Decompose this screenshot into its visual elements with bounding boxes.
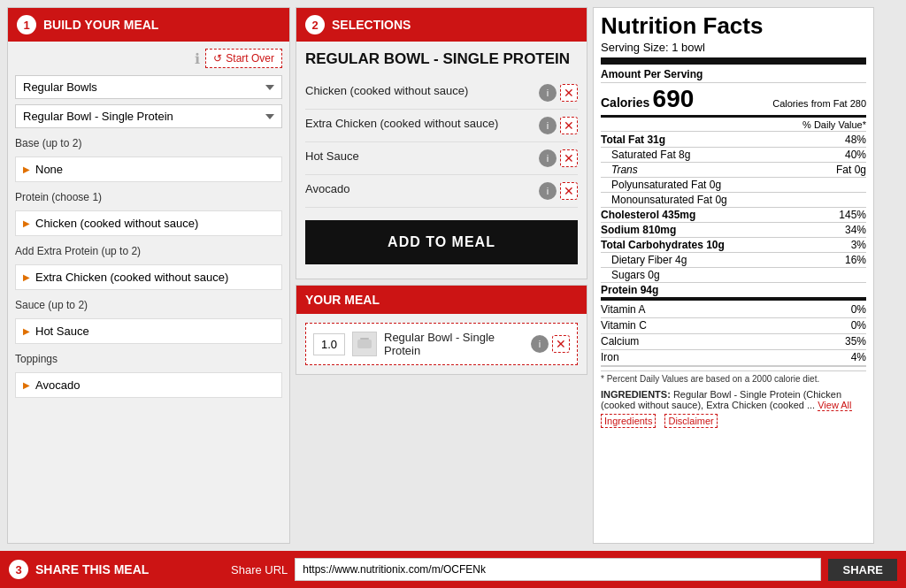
serving-size: Serving Size: 1 bowl [601, 41, 866, 65]
svg-rect-0 [357, 340, 372, 348]
meal-item-name: Regular Bowl - Single Protein [384, 331, 524, 357]
selection-item-avocado: Avocado i ✕ [305, 175, 578, 208]
protein-label: Protein (choose 1) [15, 191, 282, 203]
amount-per-serving: Amount Per Serving [601, 68, 866, 83]
meal-category-dropdown[interactable]: Regular Bowls [15, 75, 282, 99]
base-selection: ▶ None [15, 157, 282, 182]
total-carbs-row: Total Carbohydrates 10g 3% [601, 238, 866, 253]
daily-value-header: % Daily Value* [601, 119, 866, 132]
footnote: * Percent Daily Values are based on a 20… [601, 370, 866, 384]
calcium-row: Calcium 35% [601, 334, 866, 350]
share-meal-title: SHARE THIS MEAL [35, 562, 149, 577]
calories-label: Calories [601, 95, 649, 110]
toppings-label: Toppings [15, 353, 282, 365]
arrow-icon: ▶ [23, 272, 30, 282]
calories-row: Calories 690 Calories from Fat 280 [601, 85, 866, 118]
share-url-label: Share URL [231, 563, 288, 577]
vitamin-c-row: Vitamin C 0% [601, 318, 866, 334]
avocado-remove-button[interactable]: ✕ [560, 182, 578, 200]
selection-item-hot-sauce: Hot Sauce i ✕ [305, 142, 578, 175]
sauce-label: Sauce (up to 2) [15, 299, 282, 311]
protein-row: Protein 94g [601, 283, 866, 301]
build-meal-header: 1 BUILD YOUR MEAL [8, 8, 289, 42]
add-to-meal-button[interactable]: ADD TO MEAL [305, 220, 578, 264]
meal-item-info-button[interactable]: i [531, 335, 549, 353]
arrow-icon: ▶ [23, 164, 30, 174]
meal-type-dropdown[interactable]: Regular Bowl - Single Protein [15, 104, 282, 128]
refresh-icon: ↺ [213, 52, 222, 65]
selections-title: SELECTIONS [332, 18, 411, 32]
disclaimer-link[interactable]: Disclaimer [664, 414, 717, 428]
chicken-remove-button[interactable]: ✕ [560, 84, 578, 102]
nutrition-title: Nutrition Facts [601, 13, 866, 39]
nutrition-facts-panel: Nutrition Facts Serving Size: 1 bowl Amo… [593, 7, 874, 544]
selection-extra-chicken-text: Extra Chicken (cooked without sauce) [305, 117, 532, 130]
nutrition-links: Ingredients Disclaimer [601, 414, 866, 428]
meal-title: REGULAR BOWL - SINGLE PROTEIN [305, 50, 578, 68]
meal-item-row: Regular Bowl - Single Protein i ✕ [305, 323, 578, 365]
selections-panel: 2 SELECTIONS REGULAR BOWL - SINGLE PROTE… [296, 7, 587, 544]
ingredients-label: INGREDIENTS: [601, 389, 671, 400]
sauce-selection: ▶ Hot Sauce [15, 318, 282, 344]
mono-fat-row: Monounsaturated Fat 0g [601, 193, 866, 208]
step-1-number: 1 [17, 15, 36, 34]
your-meal-title: YOUR MEAL [305, 293, 380, 307]
svg-rect-1 [360, 338, 369, 340]
selection-avocado-text: Avocado [305, 182, 532, 195]
toppings-selection: ▶ Avocado [15, 372, 282, 398]
selections-header: 2 SELECTIONS [296, 8, 587, 42]
sugars-row: Sugars 0g [601, 268, 866, 283]
share-meal-header: 3 SHARE THIS MEAL [9, 560, 231, 579]
hot-sauce-remove-button[interactable]: ✕ [560, 149, 578, 167]
quantity-input[interactable] [313, 333, 345, 355]
build-meal-panel: 1 BUILD YOUR MEAL ℹ ↺ Start Over Regular… [7, 7, 290, 544]
ingredients-section: INGREDIENTS: Regular Bowl - Single Prote… [601, 389, 866, 410]
dietary-fiber-row: Dietary Fiber 4g 16% [601, 253, 866, 268]
start-over-button[interactable]: ↺ Start Over [205, 49, 282, 68]
selections-box: 2 SELECTIONS REGULAR BOWL - SINGLE PROTE… [296, 7, 587, 279]
meal-item-icon [352, 332, 377, 356]
your-meal-header: YOUR MEAL [296, 286, 587, 314]
hot-sauce-info-button[interactable]: i [539, 149, 557, 167]
saturated-fat-row: Saturated Fat 8g 40% [601, 148, 866, 163]
step-3-number: 3 [9, 560, 28, 579]
protein-selection: ▶ Chicken (cooked without sauce) [15, 210, 282, 236]
calories-from-fat: Calories from Fat 280 [772, 98, 866, 109]
arrow-icon: ▶ [23, 326, 30, 336]
info-icon: ℹ [195, 50, 200, 67]
vitamins-section: Vitamin A 0% Vitamin C 0% Calcium 35% Ir… [601, 302, 866, 367]
iron-row: Iron 4% [601, 350, 866, 366]
step-2-number: 2 [305, 15, 325, 34]
arrow-icon: ▶ [23, 218, 30, 228]
vitamin-a-row: Vitamin A 0% [601, 302, 866, 318]
share-url-input[interactable] [295, 558, 821, 581]
sodium-row: Sodium 810mg 34% [601, 223, 866, 238]
extra-chicken-remove-button[interactable]: ✕ [560, 117, 578, 134]
extra-protein-selection: ▶ Extra Chicken (cooked without sauce) [15, 264, 282, 290]
extra-chicken-info-button[interactable]: i [539, 117, 557, 134]
build-meal-title: BUILD YOUR MEAL [43, 18, 158, 32]
selection-chicken-text: Chicken (cooked without sauce) [305, 84, 532, 97]
poly-fat-row: Polyunsaturated Fat 0g [601, 178, 866, 193]
your-meal-box: YOUR MEAL Regular Bowl - Single Protein … [296, 285, 587, 375]
selection-item-chicken: Chicken (cooked without sauce) i ✕ [305, 77, 578, 110]
cholesterol-row: Cholesterol 435mg 145% [601, 208, 866, 223]
selection-hot-sauce-text: Hot Sauce [305, 149, 532, 163]
share-meal-bar: 3 SHARE THIS MEAL Share URL SHARE [0, 551, 906, 588]
meal-item-remove-button[interactable]: ✕ [552, 335, 570, 353]
trans-fat-row: Trans Fat 0g [601, 163, 866, 178]
ingredients-link[interactable]: Ingredients [601, 414, 656, 428]
view-all-link[interactable]: View All [818, 400, 851, 411]
share-button[interactable]: SHARE [828, 559, 897, 581]
extra-protein-label: Add Extra Protein (up to 2) [15, 245, 282, 257]
calories-value: 690 [653, 85, 695, 112]
avocado-info-button[interactable]: i [539, 182, 557, 200]
total-fat-row: Total Fat 31g 48% [601, 133, 866, 148]
base-label: Base (up to 2) [15, 137, 282, 149]
chicken-info-button[interactable]: i [539, 84, 557, 102]
arrow-icon: ▶ [23, 380, 30, 390]
selection-item-extra-chicken: Extra Chicken (cooked without sauce) i ✕ [305, 110, 578, 142]
trans-fat-label: Fat 0g [836, 164, 866, 176]
